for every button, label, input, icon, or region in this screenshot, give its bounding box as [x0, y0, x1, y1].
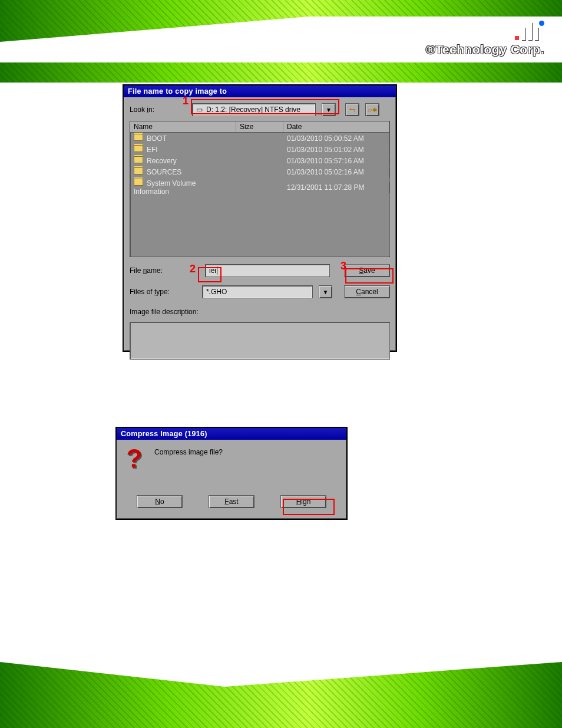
col-size[interactable]: Size — [236, 121, 283, 132]
folder-icon — [134, 145, 143, 152]
list-item[interactable]: SOURCES 01/03/2010 05:02:16 AM — [130, 166, 389, 177]
callout-box-high — [283, 499, 335, 515]
cancel-button[interactable]: Cancel — [344, 285, 390, 298]
no-button[interactable]: No — [137, 495, 183, 508]
files-of-type-value: *.GHO — [206, 288, 227, 296]
look-in-label: Look in: — [130, 102, 186, 117]
callout-box-3 — [345, 268, 394, 284]
folder-icon — [134, 179, 143, 186]
files-of-type-select[interactable]: *.GHO — [202, 285, 313, 298]
folder-icon — [134, 156, 143, 163]
col-name[interactable]: Name — [130, 121, 236, 132]
list-item[interactable]: EFI 01/03/2010 05:01:02 AM — [130, 144, 389, 155]
dialog-title: File name to copy image to — [124, 85, 396, 97]
callout-box-1 — [191, 99, 339, 114]
image-description-label: Image file description: — [130, 304, 390, 319]
folder-icon — [134, 134, 143, 141]
chevron-down-icon: ▼ — [323, 289, 329, 295]
compress-message: Compress image file? — [154, 444, 223, 456]
file-name-label: File name: — [130, 263, 199, 278]
file-list-header: Name Size Date — [130, 121, 389, 133]
list-item[interactable]: System Volume Information 12/31/2001 11:… — [130, 177, 389, 197]
folder-icon — [134, 167, 143, 174]
list-item[interactable]: Recovery 01/03/2010 05:57:16 AM — [130, 155, 389, 166]
question-icon: ? — [123, 444, 146, 473]
callout-box-2 — [198, 267, 222, 282]
compress-dialog: Compress Image (1916) ? Compress image f… — [115, 427, 348, 520]
file-list[interactable]: BOOT 01/03/2010 05:00:52 AM EFI 01/03/20… — [130, 133, 389, 256]
dialog-title: Compress Image (1916) — [117, 428, 346, 440]
up-folder-button[interactable]: ⮢ — [345, 103, 359, 116]
image-description-textarea[interactable] — [130, 322, 390, 360]
list-item[interactable]: BOOT 01/03/2010 05:00:52 AM — [130, 133, 389, 144]
banner-bottom — [0, 645, 562, 728]
fast-button[interactable]: Fast — [209, 495, 254, 508]
files-of-type-label: Files of type: — [130, 284, 196, 299]
files-of-type-dropdown-button[interactable]: ▼ — [319, 285, 332, 298]
new-folder-button[interactable]: ▱✱ — [365, 103, 379, 116]
file-name-input[interactable]: iei — [205, 264, 330, 277]
col-date[interactable]: Date — [283, 121, 389, 132]
callout-number-1: 1 — [183, 95, 189, 107]
save-dialog: File name to copy image to Look in: ▭ D:… — [123, 84, 397, 352]
callout-number-2: 2 — [190, 263, 196, 275]
